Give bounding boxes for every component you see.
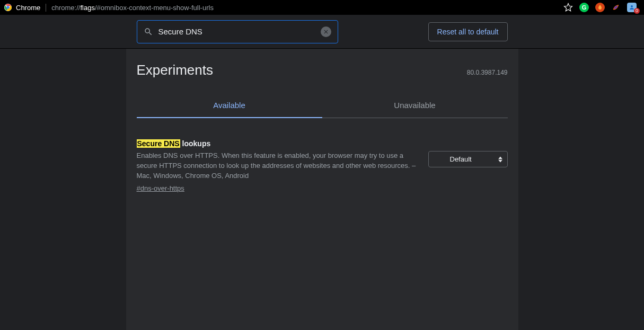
tab-available[interactable]: Available [137, 93, 322, 118]
content-wrap: Experiments 80.0.3987.149 Available Unav… [0, 49, 644, 330]
extension-flame-icon[interactable] [595, 3, 605, 12]
extension-blue-icon[interactable]: 0 [627, 3, 637, 12]
clear-search-icon[interactable] [321, 26, 331, 37]
tabs: Available Unavailable [137, 93, 508, 118]
address-bar[interactable]: chrome://flags/#omnibox-context-menu-sho… [50, 4, 559, 12]
bookmark-star-icon[interactable] [563, 3, 573, 12]
tab-unavailable[interactable]: Unavailable [322, 93, 508, 118]
browser-toolbar: Chrome chrome://flags/#omnibox-context-m… [0, 0, 644, 15]
page-title: Experiments [137, 62, 214, 78]
flag-description: Enables DNS over HTTPS. When this featur… [137, 151, 418, 181]
svg-point-2 [631, 5, 633, 7]
app-name-label: Chrome [16, 4, 46, 12]
chrome-logo-icon [4, 4, 12, 11]
url-prefix: chrome:// [51, 4, 80, 12]
content-panel: Experiments 80.0.3987.149 Available Unav… [126, 49, 518, 330]
flag-item: Secure DNS lookups Enables DNS over HTTP… [137, 139, 508, 193]
url-path: /#omnibox-context-menu-show-full-urls [95, 4, 214, 12]
search-input[interactable] [158, 27, 315, 36]
flag-anchor-link[interactable]: #dns-over-https [137, 184, 184, 192]
toolbar-actions: G 0 [563, 3, 640, 12]
url-host: flags [80, 4, 94, 12]
flags-header: Reset all to default [0, 15, 644, 49]
search-box[interactable] [137, 20, 338, 43]
version-label: 80.0.3987.149 [467, 69, 508, 76]
flag-title-highlight: Secure DNS [137, 139, 180, 148]
flag-title: Secure DNS lookups [137, 139, 418, 148]
flag-select-wrap: Default [428, 151, 508, 167]
extension-grammarly-icon[interactable]: G [579, 3, 589, 12]
search-icon [144, 27, 153, 37]
reset-all-button[interactable]: Reset all to default [428, 22, 508, 41]
extension-swoosh-icon[interactable] [611, 3, 621, 12]
extension-badge: 0 [634, 8, 640, 14]
flag-title-rest: lookups [180, 139, 211, 148]
flag-state-select[interactable]: Default [428, 151, 508, 167]
